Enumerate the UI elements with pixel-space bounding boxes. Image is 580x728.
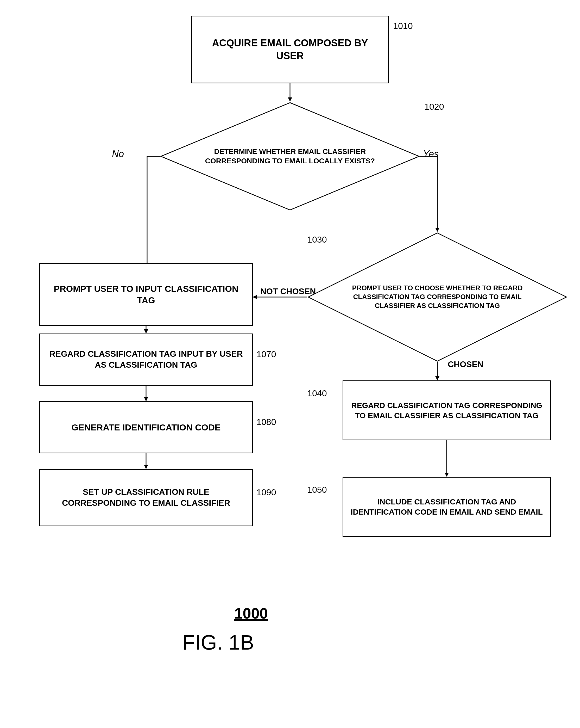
ref-1090: 1090: [256, 487, 276, 497]
svg-marker-16: [144, 329, 148, 334]
svg-marker-1: [288, 98, 292, 102]
flowchart-diagram: ACQUIRE EMAIL COMPOSED BY USER 1010 DETE…: [0, 0, 580, 625]
ref-1020: 1020: [424, 102, 444, 112]
node-1090: SET UP CLASSIFICATION RULE CORRESPONDING…: [39, 469, 253, 526]
node-1050: INCLUDE CLASSIFICATION TAG AND IDENTIFIC…: [342, 477, 551, 537]
node-1070: REGARD CLASSIFICATION TAG INPUT BY USER …: [39, 334, 253, 386]
node-1030: PROMPT USER TO CHOOSE WHETHER TO REGARD …: [307, 232, 568, 362]
ref-1010: 1010: [393, 21, 413, 31]
ref-1040: 1040: [307, 388, 327, 398]
svg-marker-18: [144, 397, 148, 401]
svg-marker-12: [435, 376, 439, 381]
svg-marker-10: [253, 295, 257, 299]
node-1080: GENERATE IDENTIFICATION CODE: [39, 401, 253, 453]
ref-1050: 1050: [307, 485, 327, 495]
node-1020: DETERMINE WHETHER EMAIL CLASSIFIER CORRE…: [160, 102, 420, 211]
node-1060: PROMPT USER TO INPUT CLASSIFICATION TAG: [39, 263, 253, 326]
figure-number: 1000: [234, 604, 268, 622]
ref-1080: 1080: [256, 417, 276, 427]
yes-label: Yes: [423, 149, 439, 159]
figure-caption: FIG. 1B: [182, 630, 254, 654]
ref-1070: 1070: [256, 349, 276, 359]
node-1040: REGARD CLASSIFICATION TAG CORRESPONDING …: [342, 381, 551, 440]
svg-marker-8: [435, 228, 439, 232]
node-1010: ACQUIRE EMAIL COMPOSED BY USER: [191, 16, 389, 83]
chosen-label: CHOSEN: [448, 360, 484, 369]
svg-marker-14: [445, 473, 449, 477]
no-label: No: [112, 149, 124, 159]
ref-1030: 1030: [307, 234, 327, 245]
svg-marker-20: [144, 465, 148, 469]
